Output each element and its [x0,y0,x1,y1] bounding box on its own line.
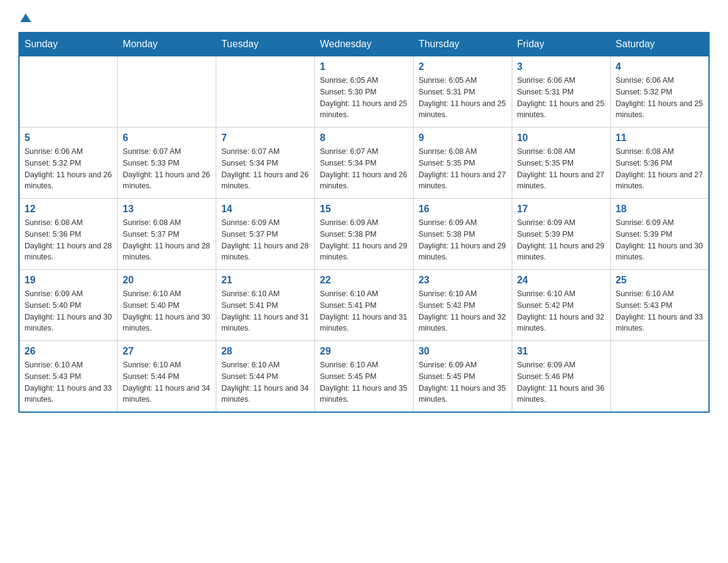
day-number: 21 [221,275,309,286]
day-info: Sunrise: 6:10 AMSunset: 5:44 PMDaylight:… [123,359,211,405]
day-cell: 28Sunrise: 6:10 AMSunset: 5:44 PMDayligh… [216,341,315,413]
day-number: 1 [320,61,408,72]
day-number: 23 [419,275,507,286]
header-monday: Monday [118,33,216,56]
day-number: 7 [221,132,309,144]
day-number: 15 [320,204,408,215]
day-cell: 2Sunrise: 6:05 AMSunset: 5:31 PMDaylight… [413,56,512,128]
day-cell: 14Sunrise: 6:09 AMSunset: 5:37 PMDayligh… [216,199,315,270]
day-info: Sunrise: 6:10 AMSunset: 5:41 PMDaylight:… [221,288,309,334]
svg-marker-0 [20,13,31,22]
day-cell: 4Sunrise: 6:06 AMSunset: 5:32 PMDaylight… [610,56,709,128]
day-info: Sunrise: 6:09 AMSunset: 5:39 PMDaylight:… [616,217,703,263]
day-cell: 13Sunrise: 6:08 AMSunset: 5:37 PMDayligh… [118,199,216,270]
day-cell [216,56,315,128]
day-cell: 22Sunrise: 6:10 AMSunset: 5:41 PMDayligh… [315,270,414,341]
day-info: Sunrise: 6:08 AMSunset: 5:35 PMDaylight:… [517,146,605,192]
day-number: 4 [616,61,703,72]
header-tuesday: Tuesday [216,33,315,56]
day-cell: 27Sunrise: 6:10 AMSunset: 5:44 PMDayligh… [118,341,216,413]
day-cell: 15Sunrise: 6:09 AMSunset: 5:38 PMDayligh… [315,199,414,270]
day-number: 14 [221,204,309,215]
day-info: Sunrise: 6:10 AMSunset: 5:42 PMDaylight:… [517,288,605,334]
logo [18,12,31,20]
week-row-4: 19Sunrise: 6:09 AMSunset: 5:40 PMDayligh… [19,270,709,341]
day-number: 12 [25,204,112,215]
day-number: 18 [616,204,703,215]
week-row-3: 12Sunrise: 6:08 AMSunset: 5:36 PMDayligh… [19,199,709,270]
header-thursday: Thursday [413,33,512,56]
day-cell: 31Sunrise: 6:09 AMSunset: 5:46 PMDayligh… [512,341,610,413]
day-number: 3 [517,61,605,72]
day-info: Sunrise: 6:09 AMSunset: 5:37 PMDaylight:… [221,217,309,263]
day-cell [610,341,709,413]
day-info: Sunrise: 6:07 AMSunset: 5:34 PMDaylight:… [320,146,408,192]
day-info: Sunrise: 6:05 AMSunset: 5:31 PMDaylight:… [419,75,507,121]
day-cell: 21Sunrise: 6:10 AMSunset: 5:41 PMDayligh… [216,270,315,341]
header-saturday: Saturday [610,33,709,56]
day-info: Sunrise: 6:10 AMSunset: 5:45 PMDaylight:… [320,359,408,405]
day-cell: 7Sunrise: 6:07 AMSunset: 5:34 PMDaylight… [216,128,315,199]
calendar-header-row: SundayMondayTuesdayWednesdayThursdayFrid… [19,33,709,56]
day-cell: 5Sunrise: 6:06 AMSunset: 5:32 PMDaylight… [19,128,118,199]
day-info: Sunrise: 6:09 AMSunset: 5:38 PMDaylight:… [419,217,507,263]
day-number: 6 [123,132,211,144]
day-cell: 17Sunrise: 6:09 AMSunset: 5:39 PMDayligh… [512,199,610,270]
day-number: 28 [221,346,309,357]
day-number: 29 [320,346,408,357]
day-number: 11 [616,132,703,144]
day-cell: 10Sunrise: 6:08 AMSunset: 5:35 PMDayligh… [512,128,610,199]
day-cell: 16Sunrise: 6:09 AMSunset: 5:38 PMDayligh… [413,199,512,270]
week-row-2: 5Sunrise: 6:06 AMSunset: 5:32 PMDaylight… [19,128,709,199]
day-cell: 24Sunrise: 6:10 AMSunset: 5:42 PMDayligh… [512,270,610,341]
day-cell: 20Sunrise: 6:10 AMSunset: 5:40 PMDayligh… [118,270,216,341]
day-cell: 12Sunrise: 6:08 AMSunset: 5:36 PMDayligh… [19,199,118,270]
day-number: 30 [419,346,507,357]
day-cell: 29Sunrise: 6:10 AMSunset: 5:45 PMDayligh… [315,341,414,413]
day-cell [19,56,118,128]
day-info: Sunrise: 6:07 AMSunset: 5:33 PMDaylight:… [123,146,211,192]
day-number: 20 [123,275,211,286]
day-info: Sunrise: 6:05 AMSunset: 5:30 PMDaylight:… [320,75,408,121]
day-info: Sunrise: 6:08 AMSunset: 5:35 PMDaylight:… [419,146,507,192]
day-number: 2 [419,61,507,72]
header-sunday: Sunday [19,33,118,56]
day-number: 16 [419,204,507,215]
day-info: Sunrise: 6:10 AMSunset: 5:44 PMDaylight:… [221,359,309,405]
logo-triangle-icon [20,13,31,22]
day-cell: 8Sunrise: 6:07 AMSunset: 5:34 PMDaylight… [315,128,414,199]
day-info: Sunrise: 6:10 AMSunset: 5:42 PMDaylight:… [419,288,507,334]
day-cell: 19Sunrise: 6:09 AMSunset: 5:40 PMDayligh… [19,270,118,341]
day-number: 8 [320,132,408,144]
day-info: Sunrise: 6:10 AMSunset: 5:43 PMDaylight:… [25,359,112,405]
day-number: 13 [123,204,211,215]
day-number: 5 [25,132,112,144]
day-cell: 3Sunrise: 6:06 AMSunset: 5:31 PMDaylight… [512,56,610,128]
day-info: Sunrise: 6:09 AMSunset: 5:39 PMDaylight:… [517,217,605,263]
day-number: 22 [320,275,408,286]
day-info: Sunrise: 6:06 AMSunset: 5:32 PMDaylight:… [616,75,703,121]
header-friday: Friday [512,33,610,56]
day-cell: 1Sunrise: 6:05 AMSunset: 5:30 PMDaylight… [315,56,414,128]
day-number: 24 [517,275,605,286]
day-cell: 18Sunrise: 6:09 AMSunset: 5:39 PMDayligh… [610,199,709,270]
day-number: 26 [25,346,112,357]
day-info: Sunrise: 6:09 AMSunset: 5:40 PMDaylight:… [25,288,112,334]
day-number: 27 [123,346,211,357]
day-info: Sunrise: 6:08 AMSunset: 5:37 PMDaylight:… [123,217,211,263]
day-number: 25 [616,275,703,286]
day-cell [118,56,216,128]
day-number: 10 [517,132,605,144]
page-header [18,12,710,20]
day-info: Sunrise: 6:10 AMSunset: 5:40 PMDaylight:… [123,288,211,334]
header-wednesday: Wednesday [315,33,414,56]
week-row-1: 1Sunrise: 6:05 AMSunset: 5:30 PMDaylight… [19,56,709,128]
day-cell: 26Sunrise: 6:10 AMSunset: 5:43 PMDayligh… [19,341,118,413]
day-info: Sunrise: 6:09 AMSunset: 5:45 PMDaylight:… [419,359,507,405]
day-info: Sunrise: 6:08 AMSunset: 5:36 PMDaylight:… [25,217,112,263]
day-cell: 23Sunrise: 6:10 AMSunset: 5:42 PMDayligh… [413,270,512,341]
day-number: 31 [517,346,605,357]
day-info: Sunrise: 6:06 AMSunset: 5:31 PMDaylight:… [517,75,605,121]
calendar-table: SundayMondayTuesdayWednesdayThursdayFrid… [18,32,710,413]
day-number: 9 [419,132,507,144]
